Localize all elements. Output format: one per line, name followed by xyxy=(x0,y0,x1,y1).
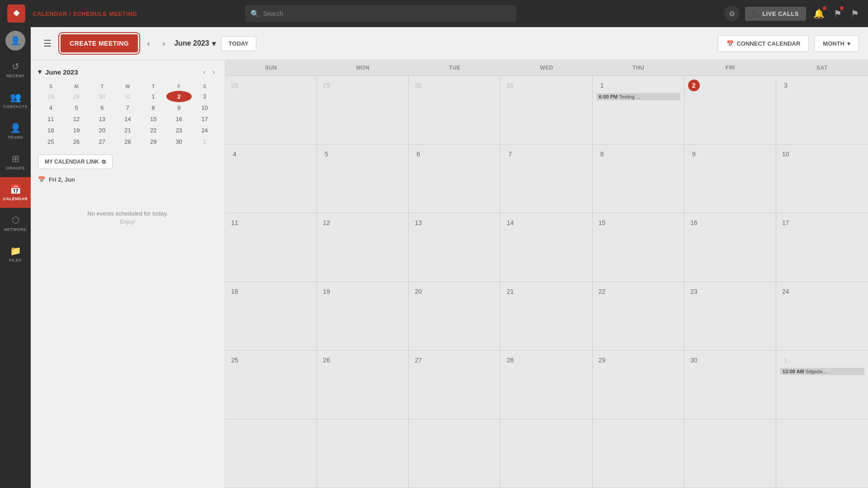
calendar-day-cell[interactable]: 21 xyxy=(500,282,592,350)
connect-calendar-button[interactable]: 📅 CONNECT CALENDAR xyxy=(718,35,809,52)
mini-cal-day[interactable]: 17 xyxy=(192,113,217,125)
mini-cal-day[interactable]: 2 xyxy=(166,91,192,102)
calendar-day-cell[interactable]: 6 xyxy=(409,145,500,213)
next-month-button[interactable]: › xyxy=(159,37,169,50)
menu-button[interactable]: ☰ xyxy=(40,36,55,51)
my-calendar-link-button[interactable]: MY CALENDAR LINK ⧉ xyxy=(38,155,113,169)
settings-icon[interactable]: ⚙ xyxy=(724,6,740,21)
calendar-day-cell[interactable]: 29 xyxy=(317,76,409,144)
calendar-day-cell[interactable]: 2 xyxy=(684,76,776,144)
calendar-day-cell[interactable]: 24 xyxy=(776,282,868,350)
calendar-day-cell[interactable]: 28 xyxy=(500,351,592,419)
month-year-selector[interactable]: June 2023 ▾ xyxy=(174,39,215,48)
mini-cal-day[interactable]: 18 xyxy=(38,125,64,136)
calendar-day-cell[interactable]: 26 xyxy=(317,351,409,419)
mini-cal-day[interactable]: 29 xyxy=(141,136,166,147)
calendar-day-cell[interactable]: 19 xyxy=(317,282,409,350)
calendar-day-cell[interactable]: 27 xyxy=(409,351,500,419)
calendar-day-cell[interactable]: 17 xyxy=(776,213,868,282)
calendar-event[interactable]: 12:00 AM Sdgsda... xyxy=(780,368,864,375)
mini-cal-day[interactable]: 26 xyxy=(64,136,90,147)
mini-cal-day[interactable]: 30 xyxy=(89,91,115,102)
mini-cal-day[interactable]: 6 xyxy=(89,102,115,113)
calendar-day-cell[interactable]: 16:00 PM Testing ... xyxy=(593,76,684,144)
mini-cal-day[interactable]: 31 xyxy=(115,91,141,102)
collapse-icon[interactable]: ▾ xyxy=(38,68,42,76)
mini-cal-day[interactable]: 21 xyxy=(115,125,141,136)
calendar-day-cell[interactable] xyxy=(500,419,592,488)
search-input[interactable] xyxy=(263,10,511,17)
mini-cal-day[interactable]: 22 xyxy=(141,125,166,136)
calendar-day-cell[interactable]: 29 xyxy=(593,351,684,419)
mini-cal-day[interactable]: 27 xyxy=(89,136,115,147)
calendar-day-cell[interactable]: 15 xyxy=(593,213,684,282)
calendar-day-cell[interactable] xyxy=(776,419,868,488)
mini-cal-day[interactable]: 3 xyxy=(192,91,217,102)
sidebar-item-calendar[interactable]: 📅 CALENDAR xyxy=(0,177,31,208)
calendar-day-cell[interactable] xyxy=(684,419,776,488)
calendar-day-cell[interactable] xyxy=(593,419,684,488)
sidebar-item-recent[interactable]: ↺ RECENT xyxy=(0,54,31,85)
calendar-day-cell[interactable]: 30 xyxy=(684,351,776,419)
mini-next-button[interactable]: › xyxy=(210,67,217,76)
calendar-day-cell[interactable]: 9 xyxy=(684,145,776,213)
search-bar[interactable]: 🔍 xyxy=(245,5,516,22)
calendar-event[interactable]: 6:00 PM Testing ... xyxy=(596,93,680,100)
mini-cal-day[interactable]: 11 xyxy=(38,113,64,125)
sidebar-item-teams[interactable]: 👤 TEAMS xyxy=(0,116,31,146)
prev-month-button[interactable]: ‹ xyxy=(143,37,153,50)
mini-cal-day[interactable]: 8 xyxy=(141,102,166,113)
calendar-day-cell[interactable] xyxy=(409,419,500,488)
calendar-day-cell[interactable]: 23 xyxy=(684,282,776,350)
calendar-day-cell[interactable]: 16 xyxy=(684,213,776,282)
calendar-day-cell[interactable]: 10 xyxy=(776,145,868,213)
mini-cal-day[interactable]: 13 xyxy=(89,113,115,125)
calendar-day-cell[interactable]: 13 xyxy=(409,213,500,282)
live-calls-button[interactable]: 📞 LIVE CALLS xyxy=(745,7,806,21)
bookmark-button[interactable]: ⚑ xyxy=(849,6,861,21)
calendar-day-cell[interactable] xyxy=(225,419,317,488)
mini-cal-day[interactable]: 5 xyxy=(64,102,90,113)
mini-cal-day[interactable]: 25 xyxy=(38,136,64,147)
mini-cal-day[interactable]: 14 xyxy=(115,113,141,125)
calendar-day-cell[interactable]: 14 xyxy=(500,213,592,282)
sidebar-item-contacts[interactable]: 👥 CONTACTS xyxy=(0,85,31,116)
mini-cal-day[interactable]: 10 xyxy=(192,102,217,113)
calendar-day-cell[interactable]: 31 xyxy=(500,76,592,144)
mini-cal-day[interactable]: 28 xyxy=(115,136,141,147)
mini-cal-day[interactable]: 19 xyxy=(64,125,90,136)
mini-cal-day[interactable]: 7 xyxy=(115,102,141,113)
mini-cal-day[interactable]: 30 xyxy=(166,136,192,147)
mini-cal-day[interactable]: 16 xyxy=(166,113,192,125)
mini-cal-day[interactable]: 20 xyxy=(89,125,115,136)
calendar-day-cell[interactable]: 112:00 AM Sdgsda... xyxy=(776,351,868,419)
create-meeting-button[interactable]: CREATE MEETING xyxy=(61,34,138,52)
sidebar-item-groups[interactable]: ⊞ GROUPS xyxy=(0,146,31,177)
calendar-day-cell[interactable]: 30 xyxy=(409,76,500,144)
calendar-day-cell[interactable]: 8 xyxy=(593,145,684,213)
calendar-day-cell[interactable]: 11 xyxy=(225,213,317,282)
calendar-day-cell[interactable]: 4 xyxy=(225,145,317,213)
flag-button[interactable]: ⚑ xyxy=(832,6,844,21)
calendar-day-cell[interactable]: 25 xyxy=(225,351,317,419)
mini-cal-day[interactable]: 1 xyxy=(192,136,217,147)
mini-cal-day[interactable]: 15 xyxy=(141,113,166,125)
calendar-day-cell[interactable]: 12 xyxy=(317,213,409,282)
mini-cal-day[interactable]: 9 xyxy=(166,102,192,113)
calendar-day-cell[interactable]: 18 xyxy=(225,282,317,350)
mini-cal-day[interactable]: 29 xyxy=(64,91,90,102)
sidebar-item-network[interactable]: ⬡ NETWORK xyxy=(0,208,31,239)
mini-cal-day[interactable]: 24 xyxy=(192,125,217,136)
calendar-day-cell[interactable]: 20 xyxy=(409,282,500,350)
month-view-button[interactable]: MONTH ▾ xyxy=(814,35,859,52)
mini-prev-button[interactable]: ‹ xyxy=(201,67,208,76)
calendar-day-cell[interactable]: 28 xyxy=(225,76,317,144)
calendar-day-cell[interactable] xyxy=(317,419,409,488)
mini-cal-day[interactable]: 12 xyxy=(64,113,90,125)
calendar-day-cell[interactable]: 3 xyxy=(776,76,868,144)
calendar-day-cell[interactable]: 5 xyxy=(317,145,409,213)
today-button[interactable]: TODAY xyxy=(221,36,256,51)
calendar-day-cell[interactable]: 22 xyxy=(593,282,684,350)
notifications-button[interactable]: 🔔 xyxy=(811,6,826,21)
mini-cal-day[interactable]: 28 xyxy=(38,91,64,102)
